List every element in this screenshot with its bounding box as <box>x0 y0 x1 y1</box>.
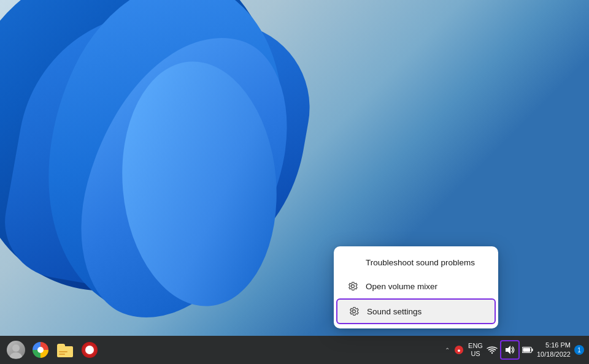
tray-chevron[interactable]: ⌃ <box>445 347 450 354</box>
wifi-icon[interactable] <box>487 344 498 355</box>
desktop: Troubleshoot sound problems Open volume … <box>0 0 589 364</box>
taskbar-app-red[interactable] <box>79 339 101 361</box>
time-display: 5:16 PM <box>545 341 571 350</box>
tray-red-icon[interactable]: ● <box>453 344 464 355</box>
sound-settings-gear-icon <box>348 306 360 317</box>
speaker-icon-wrapper[interactable] <box>501 341 518 358</box>
avatar <box>7 341 25 359</box>
troubleshoot-label: Troubleshoot sound problems <box>366 258 475 267</box>
language-line2: US <box>471 350 480 358</box>
context-menu: Troubleshoot sound problems Open volume … <box>334 246 498 328</box>
battery-icon[interactable] <box>522 344 533 355</box>
clock[interactable]: 5:16 PM 10/18/2022 <box>537 341 571 360</box>
language-line1: ENG <box>468 342 483 350</box>
volume-mixer-gear-icon <box>347 281 358 292</box>
taskbar-left <box>5 339 101 361</box>
taskbar: ⌃ ● ENG US <box>0 336 589 364</box>
taskbar-file-explorer[interactable] <box>54 339 76 361</box>
menu-item-volume-mixer[interactable]: Open volume mixer <box>336 275 496 298</box>
taskbar-tray: ⌃ ● ENG US <box>445 341 584 360</box>
chrome-icon <box>33 342 48 358</box>
volume-mixer-label: Open volume mixer <box>366 282 437 291</box>
wallpaper <box>0 0 589 336</box>
language-indicator[interactable]: ENG US <box>468 342 483 358</box>
svg-rect-6 <box>532 349 533 352</box>
notification-badge[interactable]: 1 <box>574 345 584 355</box>
speaker-highlight-border <box>500 340 520 360</box>
svg-text:●: ● <box>457 347 460 354</box>
taskbar-chrome[interactable] <box>29 339 52 361</box>
taskbar-avatar[interactable] <box>5 339 27 361</box>
svg-point-0 <box>12 344 20 352</box>
notification-count: 1 <box>577 347 581 354</box>
menu-item-sound-settings[interactable]: Sound settings <box>336 298 496 324</box>
menu-item-troubleshoot[interactable]: Troubleshoot sound problems <box>336 251 496 274</box>
app-red-icon <box>82 342 98 358</box>
svg-rect-7 <box>523 348 530 352</box>
sound-settings-label: Sound settings <box>367 307 422 316</box>
svg-point-1 <box>10 352 22 358</box>
troubleshoot-icon <box>347 257 358 268</box>
date-display: 10/18/2022 <box>537 350 571 359</box>
